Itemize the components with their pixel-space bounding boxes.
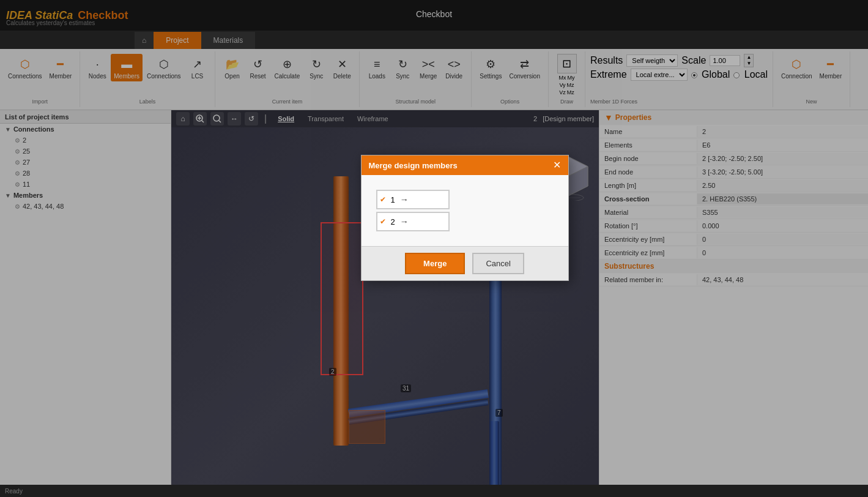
modal-footer: Merge Cancel <box>362 246 568 280</box>
merge-item-1: ✔ 1 → <box>376 190 450 209</box>
check-icon-1: ✔ <box>380 195 386 204</box>
modal-close-button[interactable]: ✕ <box>553 160 561 170</box>
merge-item-2: ✔ 2 → <box>376 212 450 231</box>
arrow-right-1: → <box>400 195 409 204</box>
check-icon-2: ✔ <box>380 217 386 226</box>
arrow-right-2: → <box>400 217 409 226</box>
merge-item-2-label: 2 <box>391 217 395 226</box>
modal-title: Merge design members <box>369 161 458 170</box>
merge-confirm-button[interactable]: Merge <box>405 253 465 274</box>
modal-header: Merge design members ✕ <box>362 155 568 175</box>
modal-overlay[interactable]: Merge design members ✕ ✔ 1 → ✔ 2 → Merge… <box>0 0 868 497</box>
merge-dialog: Merge design members ✕ ✔ 1 → ✔ 2 → Merge… <box>361 155 569 281</box>
modal-body: ✔ 1 → ✔ 2 → <box>362 175 568 246</box>
cancel-button[interactable]: Cancel <box>472 253 524 274</box>
merge-item-1-label: 1 <box>391 195 395 204</box>
